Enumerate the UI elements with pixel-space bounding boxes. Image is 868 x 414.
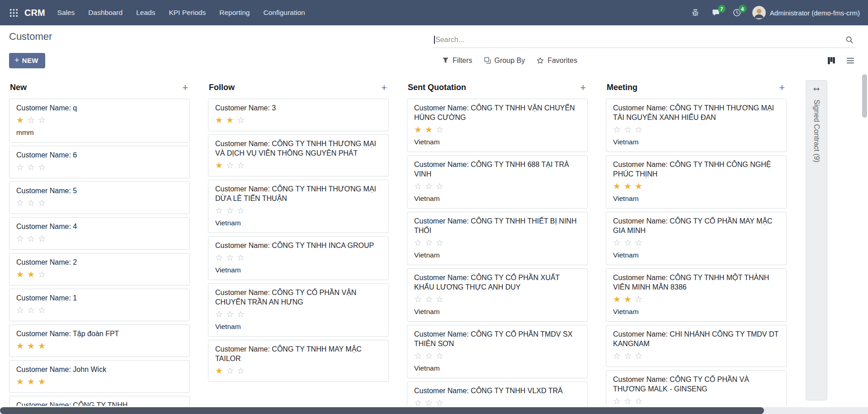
search-input[interactable] — [435, 36, 845, 44]
star-icon[interactable]: ★ — [425, 124, 433, 135]
star-icon[interactable]: ★ — [613, 181, 621, 192]
star-icon[interactable]: ☆ — [624, 238, 632, 248]
kanban-card[interactable]: Customer Name: Tập đoàn FPT★★★ — [9, 324, 190, 357]
kanban-card[interactable]: Customer Name: 5☆☆☆ — [9, 181, 190, 214]
star-icon[interactable]: ★ — [613, 294, 621, 305]
star-icon[interactable]: ★ — [624, 181, 632, 192]
collapsed-column-signed-contract[interactable]: Signed Contract (9) — [806, 80, 827, 400]
star-icon[interactable]: ☆ — [226, 160, 234, 171]
debug-button[interactable] — [687, 5, 703, 21]
star-icon[interactable]: ☆ — [27, 115, 35, 126]
kanban-card[interactable]: Customer Name: 3★★☆ — [208, 99, 389, 131]
star-icon[interactable]: ☆ — [425, 181, 433, 192]
kanban-card[interactable]: Customer Name: CÔNG TY CỔ PHẦN VÀ THƯƠNG… — [606, 370, 787, 406]
nav-item-kpi-periods[interactable]: KPI Periods — [162, 0, 212, 25]
magnifier-icon[interactable] — [845, 36, 854, 44]
star-icon[interactable]: ☆ — [226, 309, 234, 320]
star-icon[interactable]: ★ — [38, 376, 46, 387]
star-icon[interactable]: ☆ — [635, 396, 642, 406]
filters-button[interactable]: Filters — [438, 54, 477, 67]
star-icon[interactable]: ☆ — [215, 205, 223, 216]
user-menu[interactable]: Administrator (demo-fms-crm) — [752, 6, 860, 19]
star-icon[interactable]: ★ — [215, 366, 223, 376]
kanban-card[interactable]: Customer Name: CÔNG TY TNHH MỘT THÀNH VI… — [606, 268, 787, 322]
kanban-card[interactable]: Customer Name: 4☆☆☆ — [9, 217, 190, 250]
horizontal-scrollbar-thumb[interactable] — [0, 407, 764, 414]
star-icon[interactable]: ★ — [38, 341, 46, 352]
star-icon[interactable]: ☆ — [436, 351, 443, 362]
star-icon[interactable]: ☆ — [635, 351, 642, 362]
star-icon[interactable]: ☆ — [436, 181, 443, 192]
favorites-button[interactable]: Favorites — [532, 54, 582, 67]
star-icon[interactable]: ☆ — [425, 351, 433, 362]
kanban-card[interactable]: Customer Name: CÔNG TY CỔ PHẦN VẬN CHUYỂ… — [208, 283, 389, 337]
star-icon[interactable]: ☆ — [226, 252, 234, 263]
app-brand[interactable]: CRM — [24, 8, 45, 18]
kanban-card[interactable]: Customer Name: CÔNG TY TNHH CÔNG NGHỆ PH… — [606, 155, 787, 209]
kanban-card[interactable]: Customer Name: CÔNG TY CỔ PHẦN TMDV SX T… — [407, 325, 588, 378]
kanban-card[interactable]: Customer Name: CÔNG TY CỔ PHẦN MAY MẶC G… — [606, 212, 787, 265]
star-icon[interactable]: ★ — [414, 124, 422, 135]
kanban-card[interactable]: Customer Name: CÔNG TY TNHH THƯƠNG MẠI T… — [606, 99, 787, 152]
star-icon[interactable]: ☆ — [27, 305, 35, 316]
star-icon[interactable]: ★ — [16, 341, 24, 352]
star-icon[interactable]: ☆ — [38, 115, 46, 126]
nav-item-leads[interactable]: Leads — [129, 0, 162, 25]
add-record-button[interactable]: + — [181, 84, 189, 92]
star-icon[interactable]: ☆ — [27, 162, 35, 173]
kanban-card[interactable]: Customer Name: CÔNG TY TNHH VẬN CHUYỂN H… — [407, 99, 588, 152]
new-button[interactable]: + NEW — [9, 53, 45, 68]
kanban-card[interactable]: Customer Name: 6☆☆☆ — [9, 146, 190, 178]
star-icon[interactable]: ☆ — [414, 294, 422, 305]
kanban-card[interactable]: Customer Name: 1☆☆☆ — [9, 289, 190, 321]
nav-item-sales[interactable]: Sales — [51, 0, 82, 25]
kanban-card[interactable]: Customer Name: CÔNG TY TNHH THƯƠNG MẠI V… — [208, 134, 389, 176]
list-view-button[interactable] — [845, 56, 855, 66]
star-icon[interactable]: ☆ — [38, 198, 46, 209]
star-icon[interactable]: ☆ — [624, 124, 632, 135]
star-icon[interactable]: ★ — [635, 181, 642, 192]
nav-item-configuration[interactable]: Configuration — [256, 0, 311, 25]
star-icon[interactable]: ☆ — [237, 205, 245, 216]
star-icon[interactable]: ☆ — [436, 398, 443, 406]
kanban-card[interactable]: Customer Name: CÔNG TY TNHH MAY MẶC TAIL… — [208, 340, 389, 382]
kanban-card[interactable]: Customer Name: q★☆☆mmm — [9, 99, 190, 143]
star-icon[interactable]: ☆ — [16, 233, 24, 244]
star-icon[interactable]: ☆ — [613, 238, 621, 248]
star-icon[interactable]: ☆ — [237, 252, 245, 263]
kanban-card[interactable]: Customer Name: CÔNG TY TNHH THIẾT BỊ NIN… — [407, 212, 588, 265]
messages-button[interactable]: 7 — [708, 5, 724, 21]
star-icon[interactable]: ☆ — [635, 238, 642, 248]
star-icon[interactable]: ☆ — [425, 294, 433, 305]
star-icon[interactable]: ★ — [624, 294, 632, 305]
apps-menu-button[interactable] — [5, 5, 22, 21]
star-icon[interactable]: ★ — [27, 341, 35, 352]
star-icon[interactable]: ☆ — [38, 269, 46, 280]
add-record-button[interactable]: + — [778, 84, 786, 92]
star-icon[interactable]: ★ — [16, 269, 24, 280]
kanban-card[interactable]: Customer Name: John Wick★★★ — [9, 360, 190, 393]
add-record-button[interactable]: + — [579, 84, 587, 92]
star-icon[interactable]: ★ — [215, 115, 223, 126]
star-icon[interactable]: ★ — [16, 115, 24, 126]
star-icon[interactable]: ☆ — [624, 396, 632, 406]
star-icon[interactable]: ★ — [27, 376, 35, 387]
star-icon[interactable]: ☆ — [635, 124, 642, 135]
star-icon[interactable]: ☆ — [237, 366, 245, 376]
star-icon[interactable]: ☆ — [414, 181, 422, 192]
star-icon[interactable]: ★ — [27, 269, 35, 280]
star-icon[interactable]: ☆ — [226, 205, 234, 216]
star-icon[interactable]: ☆ — [16, 305, 24, 316]
add-record-button[interactable]: + — [380, 84, 388, 92]
star-icon[interactable]: ☆ — [613, 351, 621, 362]
kanban-card[interactable]: Customer Name: CÔNG TY TNHH★☆☆ — [9, 396, 190, 406]
kanban-view-button[interactable] — [826, 56, 836, 66]
search-box[interactable] — [433, 36, 855, 48]
kanban-card[interactable]: Customer Name: 2★★☆ — [9, 253, 190, 286]
star-icon[interactable]: ★ — [226, 115, 234, 126]
star-icon[interactable]: ☆ — [27, 233, 35, 244]
star-icon[interactable]: ☆ — [38, 233, 46, 244]
kanban-card[interactable]: Customer Name: CÔNG TY TNHH 688 TẠI TRÀ … — [407, 155, 588, 209]
star-icon[interactable]: ☆ — [425, 398, 433, 406]
star-icon[interactable]: ☆ — [436, 238, 443, 248]
